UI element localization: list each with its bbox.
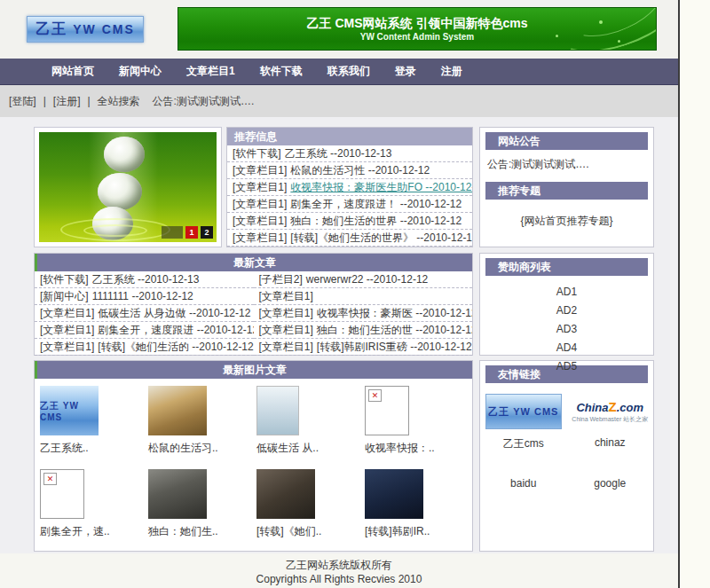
article-link[interactable]: 收视率快报：豪斯医生助FO --2010-12-12: [290, 180, 472, 195]
article-link[interactable]: 乙王系统 --2010-12-13: [92, 272, 200, 287]
list-item[interactable]: [文章栏目1] [转载]韩剧IRIS重磅 --2010-12-12: [254, 339, 473, 356]
sponsor-ad-link[interactable]: AD3: [480, 320, 653, 339]
ripple-graphic: [83, 224, 147, 237]
article-caption[interactable]: [转载]《她们..: [256, 524, 363, 539]
friend-link-label[interactable]: google: [594, 477, 626, 490]
article-link[interactable]: 剧集全开，速度跟进 --2010-12-12: [98, 323, 253, 338]
sponsor-ad-link[interactable]: AD1: [480, 283, 653, 302]
sponsor-ad-link[interactable]: AD2: [480, 302, 653, 320]
nav-item[interactable]: 注册: [441, 64, 462, 79]
picture-article[interactable]: ✕ 低碳生活 从..: [255, 386, 363, 469]
article-thumbnail[interactable]: ✕ 乙王 YW CMS: [40, 386, 99, 435]
list-item[interactable]: [子栏目2] werwerwr22 --2010-12-12: [254, 271, 473, 288]
article-link[interactable]: [转载]韩剧IRIS重磅 --2010-12-12: [317, 340, 472, 355]
article-caption[interactable]: 独白：她们生..: [148, 524, 255, 539]
image-slider[interactable]: 1 2: [34, 127, 222, 247]
picture-article[interactable]: ✕ 独白：她们生..: [146, 469, 255, 553]
article-category: [新闻中心]: [40, 289, 89, 304]
article-link[interactable]: werwerwr22 --2010-12-12: [306, 273, 428, 286]
chinaz-logo[interactable]: ChinaZ.com China Webmaster 站长之家: [572, 394, 648, 429]
article-thumbnail[interactable]: ✕: [256, 386, 299, 435]
article-thumbnail[interactable]: ✕: [40, 469, 84, 519]
latest-right-column: [子栏目2] werwerwr22 --2010-12-12 [文章栏目1] […: [254, 271, 473, 356]
list-item[interactable]: [新闻中心] 1111111 --2010-12-12: [35, 288, 254, 305]
friend-link-baidu[interactable]: baidu: [480, 474, 567, 490]
topic-link[interactable]: {网站首页推荐专题}: [480, 200, 653, 229]
pager-button-2[interactable]: 2: [201, 226, 213, 239]
picture-article[interactable]: ✕ [转载]《她们..: [255, 469, 363, 553]
list-item[interactable]: [软件下载] 乙王系统 --2010-12-13: [35, 271, 254, 288]
article-thumbnail[interactable]: ✕: [365, 386, 409, 435]
article-caption[interactable]: 收视率快报：..: [365, 441, 471, 456]
picture-article[interactable]: ✕ 松鼠的生活习..: [146, 386, 255, 469]
article-link[interactable]: [转载]《她们生活的世界》 --2010-12-12: [290, 231, 472, 246]
picture-article[interactable]: ✕ [转载]韩剧IR..: [363, 469, 471, 553]
list-item[interactable]: [文章栏目1] 剧集全开，速度跟进 --2010-12-12: [35, 322, 254, 339]
register-link[interactable]: [注册]: [53, 94, 81, 109]
ywcms-logo[interactable]: 乙王 YW CMS: [485, 394, 562, 429]
article-link[interactable]: [转载]《她们生活的 --2010-12-12: [98, 340, 253, 355]
login-link[interactable]: [登陆]: [9, 94, 36, 109]
pager-button-1[interactable]: 1: [185, 226, 198, 239]
list-item[interactable]: [文章栏目1] 剧集全开，速度跟进！ --2010-12-12: [227, 196, 472, 213]
friend-link-label[interactable]: baidu: [510, 477, 536, 490]
main-nav: 网站首页 新闻中心 文章栏目1 软件下载 联系我们 登录 注册: [0, 59, 678, 85]
nav-item[interactable]: 新闻中心: [119, 64, 162, 79]
list-item[interactable]: [文章栏目1] 松鼠的生活习性 --2010-12-12: [227, 162, 472, 179]
slider-image[interactable]: 1 2: [39, 132, 217, 242]
list-item[interactable]: [文章栏目1] 收视率快报：豪斯医 --2010-12-12: [254, 305, 473, 322]
friend-link-chinaz[interactable]: ChinaZ.com China Webmaster 站长之家 chinaz: [567, 394, 654, 451]
article-link[interactable]: 低碳生活 从身边做 --2010-12-12: [98, 306, 250, 321]
nav-item[interactable]: 文章栏目1: [186, 64, 235, 79]
picture-article[interactable]: ✕ 剧集全开，速..: [38, 469, 146, 553]
picture-article[interactable]: ✕ 乙王 YW CMS 乙王系统..: [38, 386, 146, 469]
article-category: [软件下载]: [233, 146, 281, 161]
friend-link-ywcms[interactable]: 乙王 YW CMS 乙王cms: [480, 394, 567, 451]
recommend-list: [软件下载] 乙王系统 --2010-12-13 [文章栏目1] 松鼠的生活习性…: [227, 145, 472, 247]
article-caption[interactable]: 乙王系统..: [40, 441, 146, 456]
list-item[interactable]: [文章栏目1]: [254, 288, 473, 305]
notice-text: 公告:测试测试测试….: [480, 150, 653, 177]
sponsor-ad-link[interactable]: AD4: [480, 339, 653, 357]
friend-link-google[interactable]: google: [567, 474, 654, 490]
picture-article[interactable]: ✕ 收视率快报：..: [363, 386, 471, 469]
article-caption[interactable]: 剧集全开，速..: [40, 524, 146, 539]
article-category: [文章栏目1]: [233, 180, 287, 195]
list-item[interactable]: [文章栏目1] 收视率快报：豪斯医生助FO --2010-12-12: [227, 179, 472, 196]
nav-item[interactable]: 网站首页: [51, 64, 94, 79]
banner-dot-decoration: [556, 35, 558, 37]
nav-item[interactable]: 联系我们: [327, 64, 370, 79]
article-link[interactable]: 独白：她们生活的世 --2010-12-12: [317, 323, 472, 338]
article-link[interactable]: 独白：她们生活的世界 --2010-12-12: [290, 214, 462, 229]
list-item[interactable]: [文章栏目1] 独白：她们生活的世 --2010-12-12: [254, 322, 473, 339]
list-item[interactable]: [软件下载] 乙王系统 --2010-12-13: [227, 145, 472, 162]
list-item[interactable]: [文章栏目1] 低碳生活 从身边做 --2010-12-12: [35, 305, 254, 322]
article-link[interactable]: 剧集全开，速度跟进！ --2010-12-12: [290, 197, 462, 212]
friend-link-label[interactable]: 乙王cms: [480, 436, 567, 451]
article-caption[interactable]: 松鼠的生活习..: [148, 441, 255, 456]
list-item[interactable]: [文章栏目1] [转载]《她们生活的 --2010-12-12: [35, 339, 254, 356]
article-link[interactable]: 乙王系统 --2010-12-13: [285, 146, 392, 161]
article-category: [文章栏目1]: [259, 306, 313, 321]
article-link[interactable]: 收视率快报：豪斯医 --2010-12-12: [317, 306, 472, 321]
article-thumbnail[interactable]: ✕: [148, 469, 207, 519]
nav-item[interactable]: 登录: [395, 64, 416, 79]
banner-title: 乙王 CMS网站系统 引领中国新特色cms: [307, 16, 528, 32]
article-thumbnail[interactable]: ✕: [148, 386, 207, 435]
list-item[interactable]: [文章栏目1] [转载]《她们生活的世界》 --2010-12-12: [227, 230, 472, 247]
article-caption[interactable]: [转载]韩剧IR..: [365, 524, 471, 539]
article-link[interactable]: 1111111 --2010-12-12: [92, 290, 193, 302]
nav-item[interactable]: 软件下载: [260, 64, 303, 79]
article-thumbnail[interactable]: ✕: [365, 469, 423, 519]
slider-pager: 1 2: [162, 226, 213, 239]
site-logo[interactable]: 乙王 YW CMS: [27, 16, 144, 43]
site-search-link[interactable]: 全站搜索: [98, 94, 140, 109]
article-thumbnail[interactable]: ✕: [256, 469, 315, 519]
friend-link-label[interactable]: chinaz: [567, 436, 654, 449]
list-item[interactable]: [文章栏目1] 独白：她们生活的世界 --2010-12-12: [227, 213, 472, 230]
article-caption[interactable]: 低碳生活 从..: [256, 441, 363, 456]
broken-image-icon: ✕: [368, 389, 382, 402]
chinaz-logo-subtext: China Webmaster 站长之家: [572, 415, 648, 424]
globe-graphic: [104, 137, 145, 172]
article-link[interactable]: 松鼠的生活习性 --2010-12-12: [290, 163, 430, 178]
